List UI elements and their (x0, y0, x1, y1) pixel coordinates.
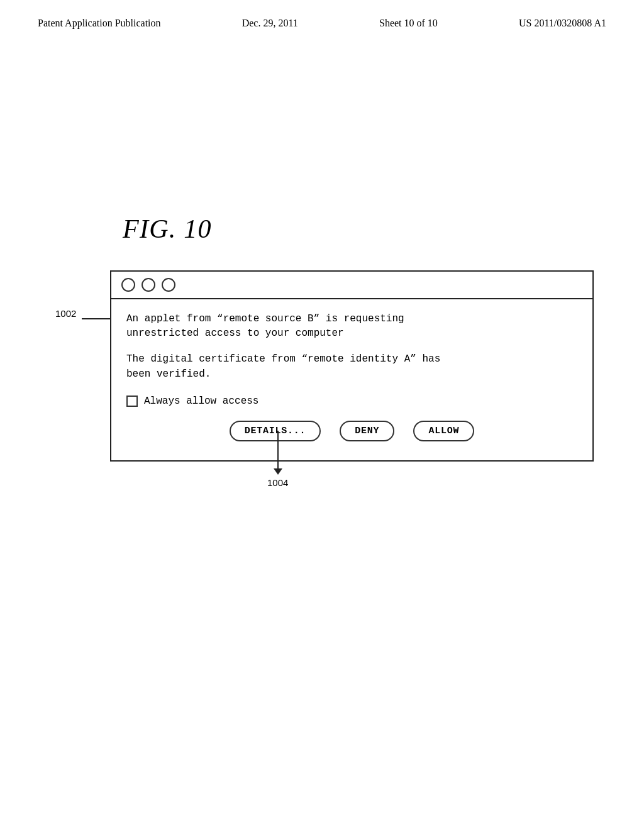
label-1004: 1004 (267, 477, 288, 488)
header-publication-label: Patent Application Publication (38, 18, 161, 29)
label-1004-group: 1004 (267, 431, 288, 488)
label-1002: 1002 (55, 308, 76, 319)
always-allow-row: Always allow access (126, 396, 577, 407)
arrow-1004-head (274, 468, 282, 475)
allow-button[interactable]: ALLOW (413, 421, 474, 441)
deny-button[interactable]: DENY (340, 421, 394, 441)
arrow-1004-line (277, 431, 279, 468)
page-header: Patent Application Publication Dec. 29, … (0, 0, 644, 29)
header-sheet: Sheet 10 of 10 (379, 18, 438, 29)
traffic-light-2 (142, 278, 155, 292)
figure-title: FIG. 10 (123, 214, 212, 244)
always-allow-label: Always allow access (144, 396, 258, 407)
traffic-light-1 (121, 278, 135, 292)
traffic-light-3 (162, 278, 175, 292)
dialog-box: An applet from “remote source B” is requ… (110, 270, 594, 462)
dialog-body: An applet from “remote source B” is requ… (111, 299, 592, 460)
dialog-message-1: An applet from “remote source B” is requ… (126, 312, 577, 341)
header-patent-number: US 2011/0320808 A1 (519, 18, 606, 29)
button-row: DETAILS... DENY ALLOW (126, 421, 577, 448)
dialog-container: An applet from “remote source B” is requ… (110, 270, 594, 462)
dialog-titlebar (111, 272, 592, 299)
always-allow-checkbox[interactable] (126, 396, 138, 407)
dialog-message-2: The digital certificate from “remote ide… (126, 352, 577, 381)
header-date: Dec. 29, 2011 (242, 18, 298, 29)
